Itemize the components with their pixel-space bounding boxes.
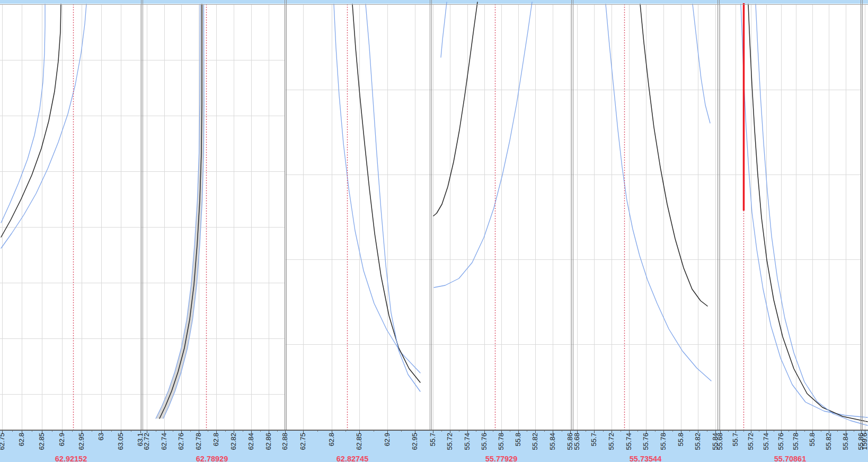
x-tick-label: 55.74 xyxy=(464,433,471,450)
x-tick-label: 62.82 xyxy=(230,433,237,450)
x-tick-label: 55.82 xyxy=(694,433,702,450)
x-tick-label: 62.95 xyxy=(411,433,419,450)
fit xyxy=(640,4,707,306)
resonance-panel-1 xyxy=(0,4,142,433)
x-tick-label: 62.86 xyxy=(265,433,272,450)
x-tick-label: 62.76 xyxy=(178,433,185,450)
x-tick-label: 62.85 xyxy=(38,433,46,450)
x-tick-label: 55.78 xyxy=(792,433,800,450)
x-tick-label: 55.82 xyxy=(825,433,832,450)
x-tick-label: 62.8 xyxy=(18,433,25,446)
x-tick-label: 63.05 xyxy=(117,433,125,450)
x-tick-label: 55.8 xyxy=(809,433,816,446)
band-lower xyxy=(606,4,711,381)
x-tick-label: 62.84 xyxy=(247,433,255,450)
x-tick-label: 55.76 xyxy=(642,433,650,450)
x-tick-label: 55.7 xyxy=(732,433,739,446)
band-upper xyxy=(366,4,420,391)
x-tick-label: 62.75 xyxy=(0,433,6,450)
band-lower xyxy=(1,4,45,223)
band-upper xyxy=(756,4,867,425)
fit-frequency-label: 55.77929 xyxy=(477,455,525,462)
x-tick-label: 62.9 xyxy=(384,433,391,446)
resonance-panel-6 xyxy=(719,3,867,433)
fit xyxy=(748,4,867,422)
resonance-panel-3 xyxy=(286,4,431,433)
x-tick-label: 55.8 xyxy=(515,433,522,446)
x-tick-label: 55.7 xyxy=(429,433,437,446)
fit-frequency-label: 62.82745 xyxy=(329,455,376,462)
x-tick-label: 55.72 xyxy=(747,433,755,450)
resonance-panel-4 xyxy=(431,2,572,433)
application-window: { "window": { "top_bar_color": "#b5daf7"… xyxy=(0,0,868,462)
x-tick-label: 55.68 xyxy=(716,433,724,450)
fit-frequency-label: 55.73544 xyxy=(622,455,669,462)
band-lower xyxy=(741,4,867,417)
x-tick-label: 62.8 xyxy=(212,433,220,446)
x-tick-label: 55.74 xyxy=(763,433,770,450)
resonance-panel-5 xyxy=(572,4,719,433)
band-upper xyxy=(434,2,532,287)
x-tick-label: 62.78 xyxy=(195,433,202,450)
band-lower xyxy=(156,4,200,419)
fit xyxy=(433,2,477,216)
x-tick-label: 55.76 xyxy=(481,433,488,450)
fit-frequency-label: 55.70861 xyxy=(766,455,814,462)
x-tick-label: 55.74 xyxy=(625,433,633,450)
resonance-panel-2 xyxy=(142,4,286,433)
fit-frequency-label: 62.78929 xyxy=(188,455,236,462)
x-tick-label: 55.8 xyxy=(677,433,685,446)
x-tick-label: 62.8 xyxy=(328,433,335,446)
x-tick-label: 62.75 xyxy=(299,433,307,450)
x-tick-label: 55.84 xyxy=(549,433,556,450)
x-tick-label: 55.72 xyxy=(608,433,615,450)
x-tick-label: 55.68 xyxy=(573,433,581,450)
x-tick-label: 62.72 xyxy=(143,433,150,450)
x-tick-label: 55.82 xyxy=(532,433,539,450)
x-tick-label: 55.78 xyxy=(660,433,667,450)
x-tick-label: 159.6 xyxy=(861,433,868,450)
band-lower xyxy=(334,4,420,373)
x-tick-label: 62.74 xyxy=(161,433,168,450)
x-tick-label: 55.84 xyxy=(842,433,849,450)
x-tick-label: 62.85 xyxy=(356,433,363,450)
x-tick-label: 63 xyxy=(98,433,105,440)
x-tick-label: 55.72 xyxy=(446,433,454,450)
x-tick-label: 62.88 xyxy=(281,433,289,450)
band-upper xyxy=(693,4,710,123)
band-lower xyxy=(441,2,447,57)
fit xyxy=(352,4,420,382)
fit-frequency-label: 62.92152 xyxy=(47,455,95,462)
x-tick-label: 62.9 xyxy=(58,433,66,446)
x-tick-label: 55.7 xyxy=(590,433,598,446)
curves-canvas xyxy=(0,0,868,462)
x-tick-label: 55.76 xyxy=(777,433,785,450)
x-tick-label: 55.78 xyxy=(498,433,505,450)
x-tick-label: 62.95 xyxy=(78,433,85,450)
